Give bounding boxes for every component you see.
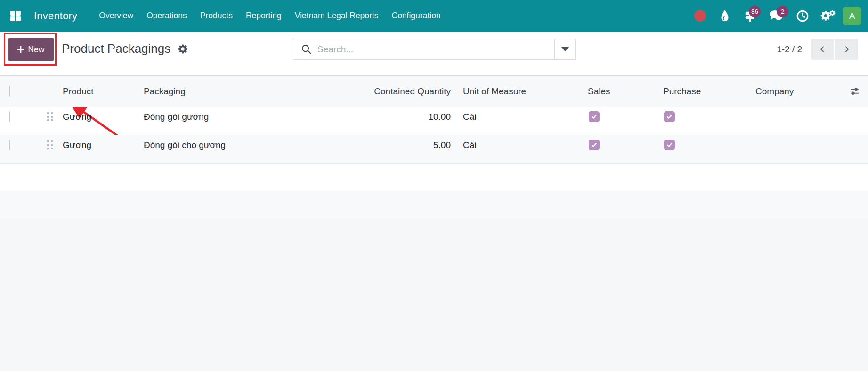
table-header-row: Product Packaging Contained Quantity Uni…: [0, 75, 868, 107]
caret-down-icon: [561, 47, 569, 51]
sales-checkbox-checked[interactable]: [589, 140, 600, 150]
messages-icon[interactable]: 2: [765, 6, 787, 26]
purchase-checkbox-checked[interactable]: [664, 111, 675, 122]
cell-contained-quantity: 5.00: [365, 140, 454, 150]
menu-item-operations[interactable]: Operations: [140, 0, 194, 32]
drag-handle-icon[interactable]: [47, 112, 53, 121]
table-row[interactable]: Gương Đóng gói cho gương 5.00 Cái: [0, 135, 868, 164]
check-icon: [591, 142, 597, 148]
menu-item-overview[interactable]: Overview: [92, 0, 140, 32]
pager-next-button[interactable]: [835, 39, 858, 60]
product-packagings-list: Product Packaging Contained Quantity Uni…: [0, 75, 868, 218]
breadcrumb: Product Packagings: [62, 41, 188, 56]
page-title: Product Packagings: [62, 41, 170, 56]
check-icon: [666, 142, 673, 148]
control-panel: New Product Packagings: [0, 32, 868, 75]
check-icon: [666, 114, 673, 120]
cell-product: Gương: [57, 112, 144, 122]
column-header-unit-of-measure[interactable]: Unit of Measure: [454, 86, 588, 97]
purchase-checkbox-checked[interactable]: [664, 140, 675, 150]
drag-handle-icon[interactable]: [47, 140, 53, 149]
search-dropdown-toggle[interactable]: [554, 39, 575, 59]
top-navbar: Inventory Overview Operations Products R…: [0, 0, 868, 32]
search-bar: [293, 39, 576, 60]
messages-badge: 2: [777, 6, 788, 17]
page-background: [0, 218, 868, 371]
row-checkbox[interactable]: [9, 140, 10, 150]
signpost-icon[interactable]: 86: [740, 6, 760, 26]
search-icon: [301, 44, 311, 54]
main-menu: Overview Operations Products Reporting V…: [92, 0, 447, 32]
cell-packaging: Đóng gói gương: [144, 112, 365, 122]
user-avatar[interactable]: A: [843, 7, 861, 25]
chevron-left-icon: [819, 45, 827, 53]
odoo-screen: Inventory Overview Operations Products R…: [0, 0, 868, 371]
sliders-icon[interactable]: [848, 85, 860, 98]
column-header-product[interactable]: Product: [57, 86, 144, 97]
apps-grid-icon[interactable]: [9, 10, 22, 22]
menu-item-reporting[interactable]: Reporting: [239, 0, 288, 32]
cell-unit-of-measure: Cái: [454, 140, 588, 150]
pager: 1-2 / 2: [777, 39, 858, 60]
column-header-packaging[interactable]: Packaging: [144, 86, 365, 97]
gears-icon[interactable]: [818, 6, 837, 26]
droplet-icon[interactable]: [715, 6, 735, 26]
plus-icon: [17, 46, 24, 53]
cell-unit-of-measure: Cái: [454, 112, 588, 122]
select-all-checkbox[interactable]: [9, 86, 10, 97]
status-dot-icon[interactable]: [690, 6, 710, 26]
menu-item-configuration[interactable]: Configuration: [385, 0, 447, 32]
empty-row: [0, 191, 868, 218]
new-button[interactable]: New: [8, 38, 54, 61]
cell-contained-quantity: 10.00: [365, 112, 454, 122]
table-row[interactable]: Gương Đóng gói gương 10.00 Cái: [0, 107, 868, 135]
menu-item-products[interactable]: Products: [194, 0, 239, 32]
cog-icon[interactable]: [178, 44, 188, 54]
sales-checkbox-checked[interactable]: [589, 111, 600, 122]
cell-product: Gương: [57, 140, 144, 150]
check-icon: [591, 114, 597, 120]
chevron-right-icon: [843, 45, 851, 53]
column-header-purchase[interactable]: Purchase: [663, 86, 738, 97]
systray: 86 2 A: [690, 0, 861, 32]
cell-packaging: Đóng gói cho gương: [144, 140, 365, 150]
app-name[interactable]: Inventory: [34, 10, 77, 22]
column-header-contained-quantity[interactable]: Contained Quantity: [365, 86, 454, 97]
menu-item-vietnam-legal-reports[interactable]: Vietnam Legal Reports: [288, 0, 385, 32]
search-input[interactable]: [317, 44, 554, 55]
column-header-sales[interactable]: Sales: [588, 86, 663, 97]
pager-range: 1-2 / 2: [777, 44, 802, 55]
row-checkbox[interactable]: [9, 111, 10, 122]
empty-row: [0, 164, 868, 191]
activities-badge: 86: [749, 6, 761, 17]
pager-previous-button[interactable]: [811, 39, 834, 60]
clock-icon[interactable]: [793, 6, 812, 26]
